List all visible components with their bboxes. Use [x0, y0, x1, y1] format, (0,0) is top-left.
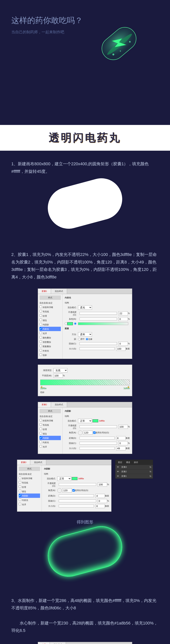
- opt-inner-shadow[interactable]: 内阴影: [39, 322, 61, 327]
- choke-label: 阻塞(C):: [65, 342, 78, 345]
- eye-icon[interactable]: 👁: [117, 466, 120, 468]
- layer-row[interactable]: 👁胶囊3fx: [115, 465, 153, 470]
- section-elements: 图素: [65, 327, 130, 331]
- gradient-type-label: 渐变类型:: [40, 369, 53, 372]
- layer-style-panel-1: 胶囊1 混合样式 样式 混合选项:自定 斜面和浮雕 等高线 纹理 描边 内阴影 …: [38, 288, 132, 359]
- opacity-input[interactable]: [118, 312, 128, 315]
- eye-icon[interactable]: 👁: [117, 470, 120, 473]
- source-label: 源:: [65, 338, 78, 340]
- choke-slider[interactable]: [80, 342, 117, 345]
- noise-input[interactable]: [118, 317, 128, 321]
- lock-left-icon: 🔒: [40, 386, 43, 388]
- noise-slider[interactable]: [80, 318, 117, 320]
- opt-drop-shadow[interactable]: 投影: [39, 353, 61, 357]
- opt-stroke[interactable]: 描边: [39, 318, 61, 322]
- color-swatch-icon[interactable]: [67, 322, 73, 325]
- smooth-input[interactable]: [53, 374, 63, 378]
- color-radio[interactable]: [65, 322, 67, 325]
- step-1: 1、新建画布800x800，建立一个220x400,的圆角矩形（胶囊1），填充颜…: [0, 151, 170, 241]
- style-list: 样式 混合选项:自定 斜面和浮雕 等高线 纹理 描边 内阴影 内发光 光泽 颜色…: [38, 294, 62, 359]
- method-label: 方法:: [65, 333, 78, 336]
- result-label: 得到图形: [11, 519, 159, 525]
- choke-input[interactable]: [118, 342, 128, 346]
- opacity-slider[interactable]: [80, 312, 117, 314]
- opt-gradient-overlay[interactable]: 渐变叠加: [39, 340, 61, 344]
- step-3-text: 3、水面制作，新建一个宽286，高48的椭圆，填充颜色#ffffff，填充0%，…: [11, 597, 159, 612]
- section-inner-glow: 内发光: [65, 296, 130, 300]
- opt-inner-shadow-2[interactable]: 内阴影: [39, 436, 61, 440]
- step-2-text: 2、胶囊1，填充为0%，内发光不透明22%，大小100，颜色3dff8e；复制一…: [11, 251, 159, 281]
- opt-pattern-overlay[interactable]: 图案叠加: [39, 344, 61, 348]
- size-input[interactable]: [116, 347, 126, 351]
- blend-mode-select-2[interactable]: 正常: [78, 419, 92, 423]
- blend-options-label: 混合选项:自定: [39, 301, 61, 305]
- source-center-radio[interactable]: [78, 338, 80, 340]
- opacity-label: 不透明度(O):: [65, 311, 78, 316]
- size-label: 大小(S):: [65, 347, 78, 350]
- size-slider[interactable]: [80, 347, 115, 350]
- panel-tab-blend2[interactable]: 混合样式: [51, 402, 67, 407]
- layer-style-panel-4: 水面 混合样式 样式 混合选项:自定 斜面和浮雕 等高线 纹理 描边 内阴影 内…: [38, 642, 132, 644]
- panel-tab-water[interactable]: 水面: [38, 642, 50, 644]
- opt-contour[interactable]: 等高线: [39, 309, 61, 314]
- section-structure: 结构: [65, 301, 130, 304]
- layers-tab[interactable]: 图层: [116, 460, 124, 464]
- step-2: 2、胶囊1，填充为0%，内发光不透明22%，大小100，颜色3dff8e；复制一…: [0, 241, 170, 587]
- panel-tab-capsule2[interactable]: 胶囊2: [38, 402, 51, 407]
- gradient-radio[interactable]: [74, 322, 76, 325]
- blend-mode-select[interactable]: 柔光: [78, 305, 92, 310]
- pill-hero-illustration: [87, 11, 151, 76]
- step-1-text: 1、新建画布800x800，建立一个220x400,的圆角矩形（胶囊1），填充颜…: [11, 160, 159, 175]
- angle-dial-icon[interactable]: [57, 488, 62, 493]
- style-list-title: 样式: [39, 296, 61, 300]
- angle-dial-icon[interactable]: [78, 430, 83, 435]
- opt-color-overlay[interactable]: 颜色叠加: [39, 336, 61, 340]
- gradient-editor-1: 渐变类型:实底 平滑度(M):% 🔒 🔒 3dff8e 3dff8e 色标: [38, 364, 132, 396]
- noise-label: 杂色(N):: [65, 318, 78, 320]
- opt-satin[interactable]: 光泽: [39, 331, 61, 336]
- panel-tab-capsule3[interactable]: 胶囊3: [17, 460, 30, 465]
- gradient-type-select[interactable]: 实底: [53, 368, 67, 372]
- layer-style-panel-2: 胶囊2 混合样式 样式 混合选项:自定 斜面和浮雕 等高线 纹理 描边 内阴影 …: [38, 402, 132, 454]
- eye-icon[interactable]: 👁: [117, 475, 120, 477]
- banner-title: 透明闪电药丸: [0, 125, 170, 151]
- step-3b-text: 水心制作，新建一个宽230，高28的椭圆，填充颜色#1a8b56，填充100%，…: [11, 620, 159, 634]
- method-select[interactable]: 柔和: [78, 332, 92, 336]
- opt-inner-glow[interactable]: 内发光: [39, 327, 61, 331]
- style-list-2: 样式 混合选项:自定 斜面和浮雕 等高线 纹理 描边 内阴影 内发光 光泽: [38, 407, 62, 454]
- layers-panel: 图层 通道 路径 👁胶囊3fx 👁胶囊2fx 👁胶囊1fx: [115, 460, 153, 479]
- layer-row[interactable]: 👁胶囊1fx: [115, 474, 153, 478]
- gradient-preview[interactable]: [78, 322, 128, 325]
- layer-row[interactable]: 👁胶囊2fx: [115, 470, 153, 474]
- blend-mode-label: 混合模式:: [65, 306, 78, 309]
- opt-outer-glow[interactable]: 外发光: [39, 348, 61, 353]
- color-stop-label: 色标: [40, 391, 130, 394]
- panel-tab-blend[interactable]: 混合样式: [51, 289, 67, 294]
- layer-style-panel-3: 胶囊3 混合样式 样式 混合选项:自定 斜面和浮雕 等高线 纹理 描边 内阴影 …: [17, 460, 111, 512]
- color-swatch-2[interactable]: [93, 419, 98, 422]
- white-capsule-shape: [43, 174, 127, 234]
- opt-texture[interactable]: 纹理: [39, 314, 61, 318]
- opt-bevel[interactable]: 斜面和浮雕: [39, 305, 61, 309]
- gradient-bar[interactable]: 🔒 🔒: [40, 380, 130, 385]
- lock-right-icon: 🔒: [127, 386, 130, 388]
- source-edge-radio[interactable]: [86, 338, 88, 340]
- hero: 这样的药你敢吃吗？ 当自己的制药师，一起来制作吧: [0, 0, 170, 125]
- panel-tab-capsule1[interactable]: 胶囊1: [38, 289, 51, 294]
- glow-capsule-result: [43, 522, 127, 581]
- smooth-label: 平滑度(M):: [40, 374, 53, 377]
- step-3: 3、水面制作，新建一个宽286，高48的椭圆，填充颜色#ffffff，填充0%，…: [0, 588, 170, 644]
